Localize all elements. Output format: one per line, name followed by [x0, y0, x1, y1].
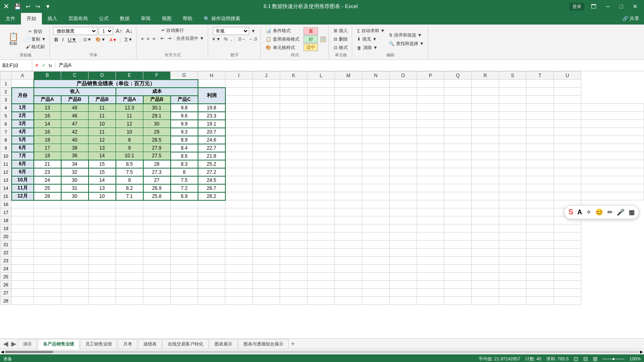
- cell-m1[interactable]: [335, 80, 362, 88]
- cell-empty-r20c13[interactable]: [362, 232, 390, 241]
- cell-empty-r24c16[interactable]: [444, 265, 472, 273]
- font-color-button[interactable]: A▼: [108, 37, 118, 43]
- cell-empty-r27c20[interactable]: [554, 289, 581, 297]
- cell-empty-r6c19[interactable]: [499, 120, 526, 128]
- scroll-sheets-right-button[interactable]: ▶: [10, 340, 18, 348]
- col-header-t[interactable]: T: [526, 72, 554, 80]
- cell-empty-r27c15[interactable]: [417, 289, 444, 297]
- cell-empty-r6c17[interactable]: [444, 120, 472, 128]
- cell-month-10[interactable]: 7月: [12, 152, 34, 160]
- cell-empty-r11c14[interactable]: [362, 160, 390, 168]
- cell-g3[interactable]: 产品C: [171, 96, 198, 104]
- share-button[interactable]: 🔗 共享: [621, 14, 641, 23]
- cell-empty-r12c15[interactable]: [390, 168, 417, 176]
- cell-empty-r25c13[interactable]: [362, 273, 390, 281]
- cell-empty-r24c1[interactable]: [34, 265, 61, 273]
- cell-empty-r24c17[interactable]: [472, 265, 499, 273]
- tab-review[interactable]: 审阅: [135, 13, 156, 25]
- cell-empty-r12c10[interactable]: [253, 168, 280, 176]
- cell-data-r10c6[interactable]: 21.8: [198, 152, 225, 160]
- cell-empty-r22c0[interactable]: [12, 249, 34, 257]
- cell-empty-r23c12[interactable]: [335, 257, 362, 265]
- cell-empty-r28c20[interactable]: [554, 297, 581, 305]
- fill-color-button[interactable]: 🎨▼: [94, 37, 107, 43]
- cell-empty-r20c7[interactable]: [198, 232, 225, 241]
- cell-data-r12c3[interactable]: 7.5: [116, 168, 143, 176]
- cell-data-r8c1[interactable]: 40: [61, 136, 89, 144]
- cell-empty-r23c3[interactable]: [89, 257, 116, 265]
- cell-empty-r18c17[interactable]: [472, 216, 499, 224]
- cell-empty-r6c11[interactable]: [280, 120, 308, 128]
- cell-e2-cost[interactable]: 成本: [116, 88, 198, 96]
- cell-empty-r20c12[interactable]: [335, 232, 362, 241]
- cell-data-r6c3[interactable]: 12: [116, 120, 143, 128]
- cell-data-r13c0[interactable]: 24: [34, 176, 61, 184]
- tab-file[interactable]: 文件: [0, 13, 21, 25]
- cell-a2-month[interactable]: 月份: [12, 88, 34, 104]
- add-sheet-button[interactable]: +: [289, 340, 296, 348]
- cell-empty-r7c10[interactable]: [253, 128, 280, 136]
- cell-empty-r25c11[interactable]: [308, 273, 335, 281]
- cell-empty-r20c11[interactable]: [308, 232, 335, 241]
- cell-data-r10c4[interactable]: 27.5: [143, 152, 171, 160]
- cell-empty-r19c10[interactable]: [280, 224, 308, 232]
- cell-data-r4c1[interactable]: 48: [61, 104, 89, 112]
- cell-empty-r28c8[interactable]: [225, 297, 253, 305]
- cell-empty-r26c17[interactable]: [472, 281, 499, 289]
- cell-q2[interactable]: [444, 88, 472, 96]
- cell-data-r8c0[interactable]: 18: [34, 136, 61, 144]
- cell-empty-r14c20[interactable]: [526, 184, 554, 192]
- cell-empty-r15c18[interactable]: [472, 192, 499, 200]
- cell-empty-r17c14[interactable]: [390, 208, 417, 216]
- cell-empty-r22c1[interactable]: [34, 249, 61, 257]
- cell-j3[interactable]: [253, 96, 280, 104]
- col-header-l[interactable]: L: [308, 72, 335, 80]
- cell-empty-r15c15[interactable]: [390, 192, 417, 200]
- merge-center-button[interactable]: 合并后居中 ▼: [175, 35, 205, 42]
- cell-empty-r13c22[interactable]: [581, 176, 644, 184]
- decrease-indent-button[interactable]: ⇤: [159, 35, 165, 41]
- col-header-c[interactable]: C: [61, 72, 89, 80]
- cell-empty-r28c3[interactable]: [89, 297, 116, 305]
- cell-empty-r20c17[interactable]: [472, 232, 499, 241]
- cell-empty-r7c18[interactable]: [472, 128, 499, 136]
- cell-empty-r15c19[interactable]: [499, 192, 526, 200]
- cell-empty-r12c19[interactable]: [499, 168, 526, 176]
- col-header-r[interactable]: R: [472, 72, 499, 80]
- col-header-h[interactable]: H: [198, 72, 225, 80]
- cell-empty-r16c7[interactable]: [198, 200, 225, 208]
- cell-empty-r23c14[interactable]: [390, 257, 417, 265]
- cell-e3[interactable]: 产品A: [116, 96, 143, 104]
- cell-empty-r25c17[interactable]: [472, 273, 499, 281]
- cell-empty-r9c15[interactable]: [390, 144, 417, 152]
- cell-empty-r5c9[interactable]: [225, 112, 253, 120]
- cell-empty-r16c15[interactable]: [417, 200, 444, 208]
- cell-empty-r11c19[interactable]: [499, 160, 526, 168]
- cell-empty-r19c19[interactable]: [526, 224, 554, 232]
- cell-empty-r19c17[interactable]: [472, 224, 499, 232]
- cell-empty-r18c9[interactable]: [253, 216, 280, 224]
- comma-button[interactable]: ,: [230, 36, 233, 42]
- cell-empty-r26c4[interactable]: [116, 281, 143, 289]
- cell-empty-r24c14[interactable]: [390, 265, 417, 273]
- cell-k1[interactable]: [280, 80, 308, 88]
- cell-empty-r20c10[interactable]: [280, 232, 308, 241]
- cell-empty-r14c18[interactable]: [472, 184, 499, 192]
- cell-data-r5c5[interactable]: 9.6: [171, 112, 198, 120]
- cell-empty-r24c3[interactable]: [89, 265, 116, 273]
- cell-empty-r28c19[interactable]: [526, 297, 554, 305]
- cell-empty-r16c10[interactable]: [280, 200, 308, 208]
- cell-data-r5c6[interactable]: 23.3: [198, 112, 225, 120]
- cell-data-r7c4[interactable]: 29: [143, 128, 171, 136]
- cell-empty-r9c13[interactable]: [335, 144, 362, 152]
- cell-empty-r7c21[interactable]: [554, 128, 581, 136]
- cell-data-r11c2[interactable]: 15: [89, 160, 116, 168]
- ft-grid-button[interactable]: ▦: [628, 208, 636, 217]
- cell-data-r4c4[interactable]: 30.1: [143, 104, 171, 112]
- cell-data-r8c3[interactable]: 8: [116, 136, 143, 144]
- cell-empty-r19c12[interactable]: [335, 224, 362, 232]
- cell-data-r8c4[interactable]: 28.5: [143, 136, 171, 144]
- cell-empty-r7c20[interactable]: [526, 128, 554, 136]
- number-format-select[interactable]: 常规: [213, 27, 249, 35]
- cell-empty-r20c20[interactable]: [554, 232, 581, 241]
